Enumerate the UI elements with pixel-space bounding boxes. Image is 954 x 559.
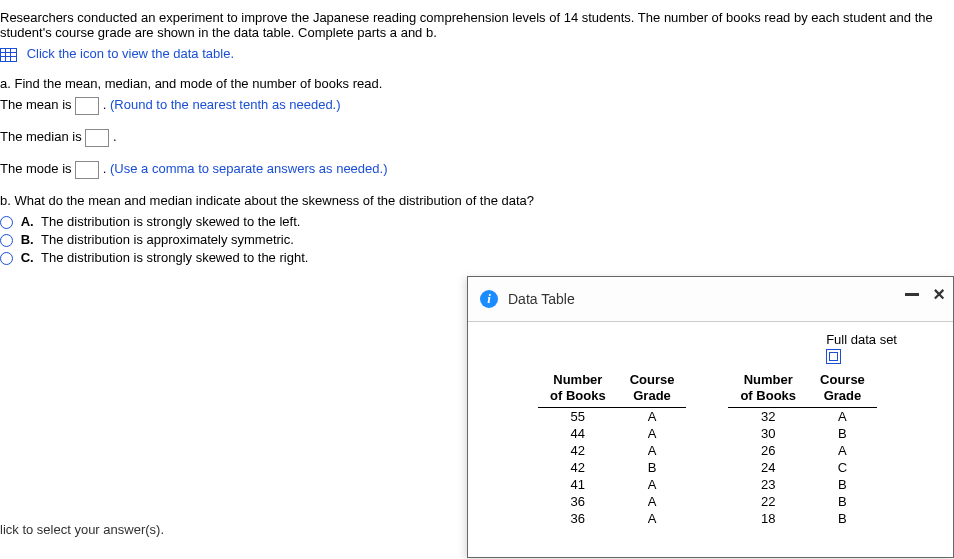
popup-body: Full data set Numberof Books CourseGrade…	[468, 322, 953, 527]
part-a-prompt: a. Find the mean, median, and mode of th…	[0, 76, 954, 91]
table-icon[interactable]	[0, 48, 17, 62]
cell-g1: A	[618, 425, 687, 442]
table-row: 55A32A	[538, 408, 877, 426]
option-c-radio[interactable]	[0, 252, 13, 265]
data-table-popup: i Data Table × Full data set Numberof Bo…	[467, 276, 954, 558]
footer-instruction: lick to select your answer(s).	[0, 522, 164, 537]
cell-g1: B	[618, 459, 687, 476]
option-a-text: The distribution is strongly skewed to t…	[41, 214, 300, 229]
mean-row: The mean is . (Round to the nearest tent…	[0, 97, 954, 115]
cell-n2: 26	[728, 442, 808, 459]
data-table-link-row: Click the icon to view the data table.	[0, 46, 954, 62]
table-row: 36A22B	[538, 493, 877, 510]
cell-g2: A	[808, 442, 877, 459]
cell-n1: 36	[538, 510, 618, 527]
option-b-row: B. The distribution is approximately sym…	[0, 232, 954, 247]
option-a-letter: A.	[21, 214, 34, 229]
minimize-icon[interactable]	[905, 293, 919, 296]
cell-n1: 41	[538, 476, 618, 493]
popup-title: Data Table	[508, 291, 575, 307]
col-header-n2: Numberof Books	[728, 372, 808, 408]
info-icon: i	[480, 290, 498, 308]
full-data-set-label: Full data set	[826, 332, 897, 347]
median-input[interactable]	[85, 129, 109, 147]
cell-g1: A	[618, 442, 687, 459]
option-a-row: A. The distribution is strongly skewed t…	[0, 214, 954, 229]
col-header-n1: Numberof Books	[538, 372, 618, 408]
median-row: The median is .	[0, 129, 954, 147]
cell-n2: 32	[728, 408, 808, 426]
cell-g1: A	[618, 510, 687, 527]
median-label-pre: The median is	[0, 129, 85, 144]
median-label-post: .	[113, 129, 117, 144]
cell-g1: A	[618, 476, 687, 493]
mean-label-pre: The mean is	[0, 97, 75, 112]
mode-label-pre: The mode is	[0, 161, 75, 176]
cell-n2: 30	[728, 425, 808, 442]
mode-row: The mode is . (Use a comma to separate a…	[0, 161, 954, 179]
cell-n1: 36	[538, 493, 618, 510]
mean-input[interactable]	[75, 97, 99, 115]
cell-g2: B	[808, 476, 877, 493]
table-row: 36A18B	[538, 510, 877, 527]
full-data-set: Full data set	[826, 332, 897, 367]
cell-n1: 55	[538, 408, 618, 426]
mode-input[interactable]	[75, 161, 99, 179]
data-table-link[interactable]: Click the icon to view the data table.	[27, 46, 234, 61]
close-icon[interactable]: ×	[933, 287, 945, 301]
option-b-text: The distribution is approximately symmet…	[41, 232, 294, 247]
option-c-row: C. The distribution is strongly skewed t…	[0, 250, 954, 265]
copy-icon[interactable]	[826, 349, 841, 364]
mode-label-post: .	[103, 161, 110, 176]
table-row: 42B24C	[538, 459, 877, 476]
col-header-g1: CourseGrade	[618, 372, 687, 408]
table-row: 41A23B	[538, 476, 877, 493]
option-b-letter: B.	[21, 232, 34, 247]
option-c-text: The distribution is strongly skewed to t…	[41, 250, 308, 265]
mode-hint: (Use a comma to separate answers as need…	[110, 161, 387, 176]
cell-n2: 23	[728, 476, 808, 493]
problem-intro: Researchers conducted an experiment to i…	[0, 10, 954, 40]
data-table-body: 55A32A44A30B42A26A42B24C41A23B36A22B36A1…	[538, 408, 877, 528]
mean-label-post: .	[103, 97, 110, 112]
cell-n1: 44	[538, 425, 618, 442]
table-row: 44A30B	[538, 425, 877, 442]
option-a-radio[interactable]	[0, 216, 13, 229]
part-b-prompt: b. What do the mean and median indicate …	[0, 193, 954, 208]
mean-hint: (Round to the nearest tenth as needed.)	[110, 97, 341, 112]
cell-g1: A	[618, 493, 687, 510]
cell-g2: B	[808, 510, 877, 527]
table-row: 42A26A	[538, 442, 877, 459]
cell-n2: 18	[728, 510, 808, 527]
cell-g2: A	[808, 408, 877, 426]
cell-n1: 42	[538, 442, 618, 459]
option-c-letter: C.	[21, 250, 34, 265]
cell-n1: 42	[538, 459, 618, 476]
cell-n2: 22	[728, 493, 808, 510]
cell-g1: A	[618, 408, 687, 426]
cell-g2: C	[808, 459, 877, 476]
cell-g2: B	[808, 425, 877, 442]
option-b-radio[interactable]	[0, 234, 13, 247]
col-header-g2: CourseGrade	[808, 372, 877, 408]
popup-header: i Data Table ×	[468, 277, 953, 322]
data-table: Numberof Books CourseGrade Numberof Book…	[538, 372, 877, 527]
cell-g2: B	[808, 493, 877, 510]
cell-n2: 24	[728, 459, 808, 476]
